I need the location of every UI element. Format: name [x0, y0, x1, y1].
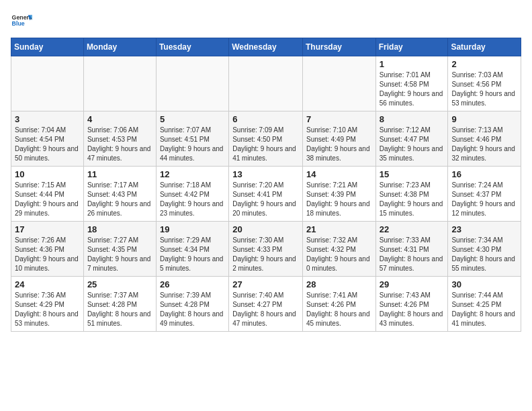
calendar-cell: 19Sunrise: 7:29 AM Sunset: 4:34 PM Dayli…	[156, 222, 228, 277]
day-number: 15	[380, 169, 445, 179]
day-info: Sunrise: 7:37 AM Sunset: 4:28 PM Dayligh…	[87, 291, 152, 328]
day-info: Sunrise: 7:24 AM Sunset: 4:37 PM Dayligh…	[451, 181, 517, 218]
day-info: Sunrise: 7:15 AM Sunset: 4:44 PM Dayligh…	[15, 181, 80, 218]
day-info: Sunrise: 7:44 AM Sunset: 4:25 PM Dayligh…	[451, 291, 517, 328]
day-number: 5	[160, 114, 225, 124]
day-number: 23	[451, 224, 517, 234]
logo: General Blue	[11, 11, 32, 32]
day-info: Sunrise: 7:41 AM Sunset: 4:26 PM Dayligh…	[306, 291, 372, 328]
day-number: 19	[160, 224, 225, 234]
day-info: Sunrise: 7:04 AM Sunset: 4:54 PM Dayligh…	[15, 126, 80, 163]
calendar-cell: 21Sunrise: 7:32 AM Sunset: 4:32 PM Dayli…	[302, 222, 375, 277]
day-number: 30	[451, 279, 517, 289]
day-number: 11	[87, 169, 152, 179]
calendar-cell	[302, 56, 375, 111]
calendar-cell: 12Sunrise: 7:18 AM Sunset: 4:42 PM Dayli…	[156, 167, 228, 222]
calendar-cell: 25Sunrise: 7:37 AM Sunset: 4:28 PM Dayli…	[83, 277, 156, 332]
calendar-cell: 20Sunrise: 7:30 AM Sunset: 4:33 PM Dayli…	[229, 222, 303, 277]
day-info: Sunrise: 7:18 AM Sunset: 4:42 PM Dayligh…	[160, 181, 225, 218]
day-info: Sunrise: 7:29 AM Sunset: 4:34 PM Dayligh…	[160, 236, 225, 273]
day-info: Sunrise: 7:01 AM Sunset: 4:58 PM Dayligh…	[380, 71, 445, 108]
calendar-cell: 2Sunrise: 7:03 AM Sunset: 4:56 PM Daylig…	[448, 56, 521, 111]
calendar-table: SundayMondayTuesdayWednesdayThursdayFrid…	[11, 38, 521, 332]
day-number: 13	[232, 169, 299, 179]
day-info: Sunrise: 7:34 AM Sunset: 4:30 PM Dayligh…	[451, 236, 517, 273]
day-number: 25	[87, 279, 152, 289]
calendar-cell: 1Sunrise: 7:01 AM Sunset: 4:58 PM Daylig…	[375, 56, 448, 111]
day-info: Sunrise: 7:40 AM Sunset: 4:27 PM Dayligh…	[232, 291, 299, 328]
day-info: Sunrise: 7:06 AM Sunset: 4:53 PM Dayligh…	[87, 126, 152, 163]
day-number: 24	[15, 279, 80, 289]
calendar-cell: 16Sunrise: 7:24 AM Sunset: 4:37 PM Dayli…	[448, 167, 521, 222]
day-info: Sunrise: 7:33 AM Sunset: 4:31 PM Dayligh…	[380, 236, 445, 273]
day-number: 27	[232, 279, 299, 289]
day-info: Sunrise: 7:12 AM Sunset: 4:47 PM Dayligh…	[380, 126, 445, 163]
calendar-cell: 29Sunrise: 7:43 AM Sunset: 4:26 PM Dayli…	[375, 277, 448, 332]
calendar-cell: 11Sunrise: 7:17 AM Sunset: 4:43 PM Dayli…	[83, 167, 156, 222]
calendar-cell	[229, 56, 303, 111]
calendar-cell: 14Sunrise: 7:21 AM Sunset: 4:39 PM Dayli…	[302, 167, 375, 222]
calendar-header-row: SundayMondayTuesdayWednesdayThursdayFrid…	[11, 38, 521, 56]
calendar-cell: 30Sunrise: 7:44 AM Sunset: 4:25 PM Dayli…	[448, 277, 521, 332]
calendar-week-row: 1Sunrise: 7:01 AM Sunset: 4:58 PM Daylig…	[11, 56, 521, 111]
day-number: 2	[451, 59, 517, 69]
calendar-cell: 22Sunrise: 7:33 AM Sunset: 4:31 PM Dayli…	[375, 222, 448, 277]
calendar-cell: 6Sunrise: 7:09 AM Sunset: 4:50 PM Daylig…	[229, 111, 303, 167]
day-info: Sunrise: 7:27 AM Sunset: 4:35 PM Dayligh…	[87, 236, 152, 273]
day-number: 14	[306, 169, 372, 179]
day-number: 9	[451, 114, 517, 124]
day-number: 20	[232, 224, 299, 234]
calendar-week-row: 3Sunrise: 7:04 AM Sunset: 4:54 PM Daylig…	[11, 111, 521, 167]
svg-text:Blue: Blue	[12, 20, 25, 27]
day-info: Sunrise: 7:07 AM Sunset: 4:51 PM Dayligh…	[160, 126, 225, 163]
day-number: 10	[15, 169, 80, 179]
day-info: Sunrise: 7:09 AM Sunset: 4:50 PM Dayligh…	[232, 126, 299, 163]
weekday-header-wednesday: Wednesday	[229, 38, 303, 56]
day-info: Sunrise: 7:13 AM Sunset: 4:46 PM Dayligh…	[451, 126, 517, 163]
calendar-cell	[156, 56, 228, 111]
day-number: 21	[306, 224, 372, 234]
day-number: 1	[380, 59, 445, 69]
calendar-week-row: 24Sunrise: 7:36 AM Sunset: 4:29 PM Dayli…	[11, 277, 521, 332]
day-info: Sunrise: 7:17 AM Sunset: 4:43 PM Dayligh…	[87, 181, 152, 218]
day-number: 8	[380, 114, 445, 124]
day-number: 4	[87, 114, 152, 124]
weekday-header-monday: Monday	[83, 38, 156, 56]
day-number: 6	[232, 114, 299, 124]
calendar-cell: 3Sunrise: 7:04 AM Sunset: 4:54 PM Daylig…	[11, 111, 84, 167]
day-number: 7	[306, 114, 372, 124]
day-info: Sunrise: 7:30 AM Sunset: 4:33 PM Dayligh…	[232, 236, 299, 273]
calendar-cell	[83, 56, 156, 111]
day-info: Sunrise: 7:10 AM Sunset: 4:49 PM Dayligh…	[306, 126, 372, 163]
calendar-cell: 15Sunrise: 7:23 AM Sunset: 4:38 PM Dayli…	[375, 167, 448, 222]
logo-icon: General Blue	[11, 11, 32, 32]
day-info: Sunrise: 7:43 AM Sunset: 4:26 PM Dayligh…	[380, 291, 445, 328]
calendar-cell: 27Sunrise: 7:40 AM Sunset: 4:27 PM Dayli…	[229, 277, 303, 332]
calendar-cell: 13Sunrise: 7:20 AM Sunset: 4:41 PM Dayli…	[229, 167, 303, 222]
calendar-cell: 9Sunrise: 7:13 AM Sunset: 4:46 PM Daylig…	[448, 111, 521, 167]
weekday-header-friday: Friday	[375, 38, 448, 56]
calendar-cell: 8Sunrise: 7:12 AM Sunset: 4:47 PM Daylig…	[375, 111, 448, 167]
calendar-cell: 26Sunrise: 7:39 AM Sunset: 4:28 PM Dayli…	[156, 277, 228, 332]
day-number: 12	[160, 169, 225, 179]
calendar-cell: 18Sunrise: 7:27 AM Sunset: 4:35 PM Dayli…	[83, 222, 156, 277]
day-info: Sunrise: 7:03 AM Sunset: 4:56 PM Dayligh…	[451, 71, 517, 108]
calendar-cell: 5Sunrise: 7:07 AM Sunset: 4:51 PM Daylig…	[156, 111, 228, 167]
day-info: Sunrise: 7:23 AM Sunset: 4:38 PM Dayligh…	[380, 181, 445, 218]
day-number: 17	[15, 224, 80, 234]
weekday-header-sunday: Sunday	[11, 38, 84, 56]
day-number: 16	[451, 169, 517, 179]
calendar-cell: 24Sunrise: 7:36 AM Sunset: 4:29 PM Dayli…	[11, 277, 84, 332]
day-info: Sunrise: 7:39 AM Sunset: 4:28 PM Dayligh…	[160, 291, 225, 328]
day-number: 26	[160, 279, 225, 289]
calendar-cell: 4Sunrise: 7:06 AM Sunset: 4:53 PM Daylig…	[83, 111, 156, 167]
calendar-cell: 17Sunrise: 7:26 AM Sunset: 4:36 PM Dayli…	[11, 222, 84, 277]
weekday-header-saturday: Saturday	[448, 38, 521, 56]
day-number: 28	[306, 279, 372, 289]
calendar-cell: 7Sunrise: 7:10 AM Sunset: 4:49 PM Daylig…	[302, 111, 375, 167]
weekday-header-tuesday: Tuesday	[156, 38, 228, 56]
day-number: 3	[15, 114, 80, 124]
day-info: Sunrise: 7:21 AM Sunset: 4:39 PM Dayligh…	[306, 181, 372, 218]
weekday-header-thursday: Thursday	[302, 38, 375, 56]
calendar-cell: 23Sunrise: 7:34 AM Sunset: 4:30 PM Dayli…	[448, 222, 521, 277]
